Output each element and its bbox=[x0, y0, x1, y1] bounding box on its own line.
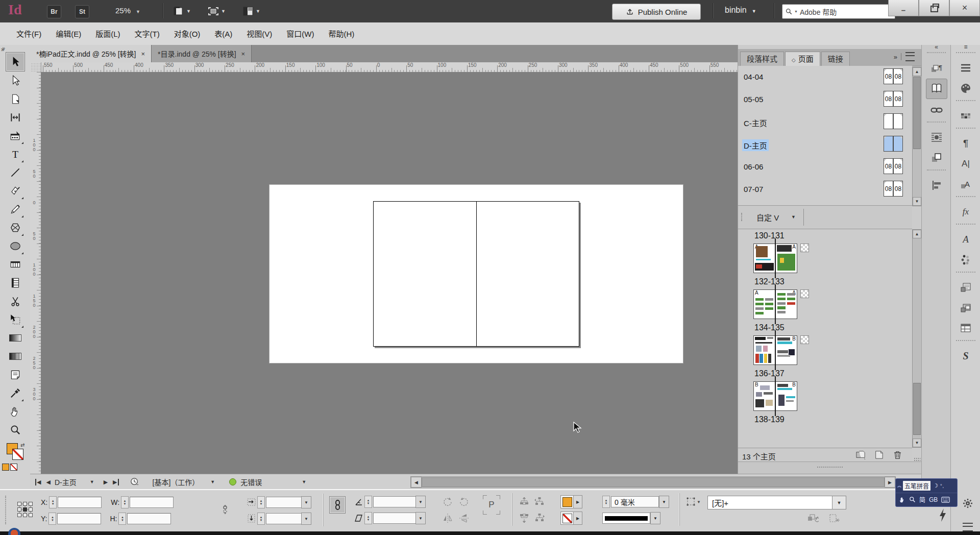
h-field[interactable] bbox=[127, 513, 171, 524]
spread-page-numbers[interactable]: 136-137 bbox=[754, 369, 912, 378]
stroke-weight-field[interactable]: 0 毫米 bbox=[611, 496, 659, 507]
dock-menu-icon[interactable]: ≡ bbox=[951, 45, 980, 50]
document-canvas[interactable] bbox=[41, 72, 738, 474]
horizontal-grid-tool[interactable] bbox=[6, 255, 24, 274]
line-tool[interactable] bbox=[6, 163, 24, 182]
dock-group-handle[interactable] bbox=[956, 52, 975, 57]
dock-group-handle[interactable] bbox=[956, 272, 975, 277]
content-collector-tool[interactable] bbox=[6, 127, 24, 145]
page-thumb[interactable]: A bbox=[775, 289, 797, 319]
master-page-spread[interactable] bbox=[373, 201, 579, 347]
chevron-down-icon[interactable]: ▼ bbox=[650, 512, 660, 524]
dock-group-handle[interactable] bbox=[956, 340, 975, 345]
paragraph-styles-panel-panel-icon[interactable] bbox=[955, 278, 976, 297]
flip-horizontal-icon[interactable] bbox=[442, 513, 453, 524]
panel-more-icon[interactable]: » bbox=[894, 53, 897, 61]
panel-tab-2[interactable]: 链接 bbox=[821, 52, 850, 66]
edit-page-size-button[interactable] bbox=[855, 450, 866, 461]
ruler-origin[interactable] bbox=[30, 62, 41, 72]
gradient-feather-tool[interactable] bbox=[6, 347, 24, 366]
ime-name[interactable]: 五笔拼音 bbox=[903, 481, 930, 491]
panel-tab-0[interactable]: 段落样式 bbox=[740, 52, 784, 66]
select-next-object-icon[interactable] bbox=[534, 513, 545, 524]
flip-vertical-icon[interactable] bbox=[458, 513, 470, 524]
stroke-color-button[interactable] bbox=[560, 512, 574, 525]
text-wrap-panel-icon[interactable] bbox=[926, 128, 947, 147]
ime-simplified-button[interactable]: 简 bbox=[919, 495, 925, 504]
page-select-dropdown[interactable]: D-主页 ▼ bbox=[55, 477, 94, 487]
shear-stepper[interactable]: ▲▼ bbox=[364, 512, 372, 524]
scripts-panel-icon[interactable]: S bbox=[955, 346, 976, 366]
close-tab-icon[interactable]: × bbox=[241, 50, 246, 58]
polygon-frame-tool[interactable] bbox=[6, 218, 24, 237]
rotation-stepper[interactable]: ▲▼ bbox=[364, 496, 372, 508]
bridge-icon[interactable]: Br bbox=[47, 5, 61, 18]
dock-group-handle[interactable] bbox=[927, 121, 946, 127]
gpu-performance-icon[interactable] bbox=[938, 507, 947, 524]
w-field[interactable] bbox=[130, 497, 174, 508]
preflight-profile-dropdown[interactable]: [基本]（工作） ▼ bbox=[153, 477, 215, 487]
glyphs-panel-icon[interactable]: A bbox=[955, 230, 976, 249]
menu-item[interactable]: 视图(V) bbox=[239, 23, 279, 45]
vertical-ruler[interactable]: 10050050100150200250300 bbox=[30, 72, 41, 474]
page-thumb[interactable]: A bbox=[753, 289, 775, 319]
dock-group-handle[interactable] bbox=[956, 224, 975, 229]
apply-fill-button[interactable] bbox=[2, 464, 9, 471]
scale-y-stepper[interactable]: ▲▼ bbox=[257, 513, 265, 525]
paragraph-styles-panel-icon[interactable]: ¶ bbox=[926, 58, 947, 78]
close-button[interactable]: × bbox=[949, 0, 980, 16]
settings-gear-icon[interactable] bbox=[962, 497, 974, 511]
ime-punctuation-icon[interactable]: °, bbox=[940, 483, 944, 489]
delete-page-button[interactable] bbox=[893, 450, 902, 461]
ellipse-tool[interactable] bbox=[6, 237, 24, 255]
spread-thumbnail[interactable]: AA bbox=[753, 288, 815, 320]
rotate-ccw-icon[interactable] bbox=[458, 496, 470, 507]
color-panel-icon[interactable] bbox=[955, 79, 976, 98]
scroll-down-icon[interactable]: ▼ bbox=[913, 439, 921, 447]
stroke-swatch[interactable] bbox=[12, 449, 23, 460]
master-page-row[interactable]: 04-040808 bbox=[738, 66, 912, 88]
reference-point-proxy[interactable] bbox=[16, 501, 34, 520]
zoom-tool[interactable] bbox=[6, 421, 24, 439]
page-thumb[interactable]: A bbox=[775, 244, 797, 273]
stroke-weight-stepper[interactable]: ▲▼ bbox=[602, 496, 610, 508]
type-tool[interactable]: T bbox=[6, 145, 24, 163]
dock-group-handle[interactable] bbox=[956, 196, 975, 201]
page-size-select[interactable]: 自定 V bbox=[756, 212, 779, 223]
menu-item[interactable]: 表(A) bbox=[207, 23, 239, 45]
object-style-dropdown[interactable]: [无]+ ▼ bbox=[707, 496, 846, 509]
scale-x-stepper[interactable]: ▲▼ bbox=[257, 496, 265, 508]
close-tab-icon[interactable]: × bbox=[141, 50, 145, 58]
ime-charset-button[interactable]: GB bbox=[929, 496, 938, 503]
dock-group-handle[interactable] bbox=[927, 169, 946, 175]
page-thumb[interactable]: B bbox=[753, 381, 775, 411]
help-search-input[interactable]: ▼ Adobe 帮助 bbox=[782, 4, 895, 19]
spread-page-numbers[interactable]: 134-135 bbox=[754, 323, 912, 332]
page-tool[interactable] bbox=[6, 90, 24, 108]
fill-stroke-control[interactable]: ⇄ bbox=[6, 442, 25, 461]
rotation-combo[interactable]: ▼ bbox=[373, 496, 426, 508]
scroll-up-icon[interactable]: ▲ bbox=[913, 67, 921, 76]
horizontal-ruler[interactable]: 5505004504003503002502001501005005010015… bbox=[30, 62, 738, 72]
panel-menu-icon[interactable] bbox=[905, 52, 915, 61]
spread-thumbnail[interactable]: B bbox=[753, 334, 815, 366]
ime-search-icon[interactable] bbox=[909, 496, 916, 503]
scale-x-combo[interactable]: ▼ bbox=[266, 496, 311, 508]
tab-overflow-icon[interactable]: » bbox=[1, 46, 5, 53]
fill-color-flyout-icon[interactable]: ▶ bbox=[574, 495, 582, 508]
scrollbar-thumb[interactable] bbox=[422, 477, 885, 487]
scroll-left-icon[interactable]: ◀ bbox=[411, 477, 422, 488]
menu-item[interactable]: 版面(L) bbox=[88, 23, 127, 45]
previous-page-button[interactable]: ◀ bbox=[46, 479, 50, 485]
eyedropper-tool[interactable] bbox=[6, 384, 24, 402]
scrollbar-thumb[interactable] bbox=[913, 383, 921, 435]
arrange-documents-dropdown[interactable]: ▼ bbox=[242, 5, 264, 18]
direct-selection-tool[interactable] bbox=[6, 71, 24, 90]
menu-item[interactable]: 文件(F) bbox=[9, 23, 48, 45]
masters-scrollbar[interactable]: ▲ ▼ bbox=[912, 67, 922, 206]
spread-page-numbers[interactable]: 132-133 bbox=[754, 277, 912, 286]
y-stepper[interactable]: ▲▼ bbox=[48, 513, 56, 525]
swatches-panel-icon[interactable] bbox=[955, 106, 976, 126]
apply-none-button[interactable] bbox=[10, 464, 17, 471]
menu-item[interactable]: 文字(T) bbox=[128, 23, 167, 45]
